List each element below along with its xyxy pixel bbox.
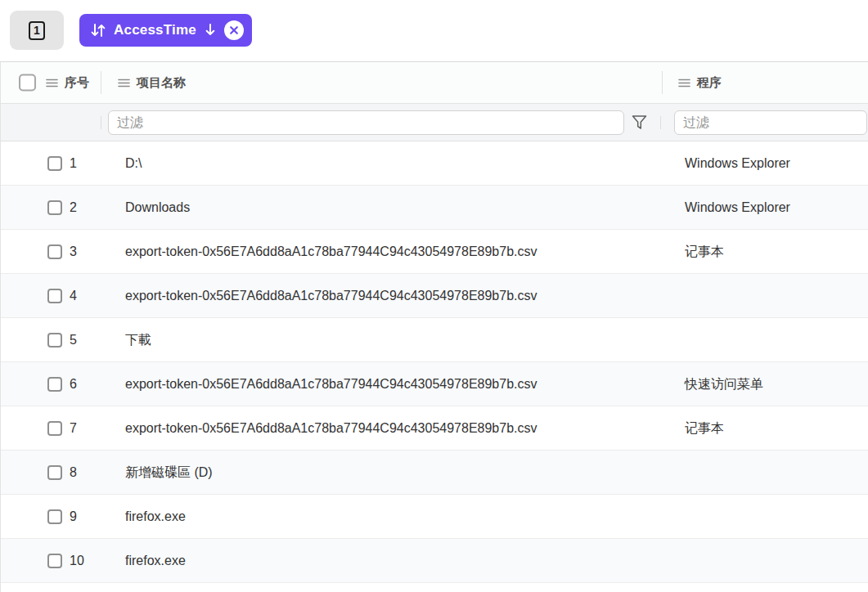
table-row[interactable]: 3 export-token-0x56E7A6dd8aA1c78ba77944C…: [1, 230, 868, 274]
row-index: 5: [70, 333, 77, 348]
row-checkbox[interactable]: [47, 289, 62, 303]
funnel-filter-icon[interactable]: [631, 114, 648, 131]
row-name: firefox.exe: [125, 554, 186, 568]
row-name: D:\: [125, 156, 142, 171]
table-row[interactable]: 2 Downloads Windows Explorer: [1, 186, 868, 230]
table-row[interactable]: 4 export-token-0x56E7A6dd8aA1c78ba77944C…: [1, 274, 868, 318]
table-row[interactable]: 9 firefox.exe: [1, 495, 868, 539]
row-program: 快速访问菜单: [685, 375, 763, 392]
filter-row: [1, 104, 868, 141]
row-index: 9: [70, 509, 77, 524]
table-row[interactable]: 10 firefox.exe: [1, 539, 868, 583]
row-name: 下載: [125, 331, 151, 348]
row-name: firefox.exe: [125, 509, 186, 524]
row-checkbox[interactable]: [47, 465, 62, 480]
list-icon: [118, 78, 130, 87]
row-checkbox[interactable]: [47, 244, 62, 259]
column-divider: [662, 71, 663, 94]
results-table: 序号 项目名称 程序 1 D:\ Windows Explorer: [0, 61, 868, 592]
row-index: 4: [70, 289, 77, 303]
row-name: export-token-0x56E7A6dd8aA1c78ba77944C94…: [125, 377, 537, 392]
row-checkbox[interactable]: [47, 377, 62, 392]
list-icon: [46, 78, 58, 87]
sort-arrows-icon: [90, 22, 106, 38]
table-row[interactable]: 8 新增磁碟區 (D): [1, 451, 868, 495]
remove-sort-button[interactable]: [224, 20, 244, 40]
row-name: export-token-0x56E7A6dd8aA1c78ba77944C94…: [125, 244, 537, 259]
column-header-name[interactable]: 项目名称: [118, 75, 186, 91]
table-row[interactable]: 1 D:\ Windows Explorer: [1, 141, 868, 186]
row-checkbox[interactable]: [47, 333, 62, 348]
row-checkbox[interactable]: [47, 421, 62, 436]
list-icon: [678, 78, 690, 87]
table-row[interactable]: 5 下載: [1, 318, 868, 362]
table-row[interactable]: 7 export-token-0x56E7A6dd8aA1c78ba77944C…: [1, 406, 868, 451]
row-checkbox[interactable]: [47, 200, 62, 215]
row-index: 7: [70, 421, 77, 436]
row-index: 6: [70, 377, 77, 392]
row-program: 记事本: [685, 419, 724, 437]
boxed-number-icon: 1: [29, 21, 45, 40]
row-name: Downloads: [125, 200, 190, 215]
row-checkbox[interactable]: [47, 509, 62, 524]
table-body: 1 D:\ Windows Explorer 2 Downloads Windo…: [1, 141, 868, 583]
table-row[interactable]: 6 export-token-0x56E7A6dd8aA1c78ba77944C…: [1, 362, 868, 406]
toolbar: 1 AccessTime: [0, 0, 868, 61]
row-program: Windows Explorer: [685, 156, 790, 171]
row-index: 10: [70, 554, 84, 568]
row-index: 2: [70, 200, 77, 215]
row-name: 新增磁碟區 (D): [125, 464, 213, 481]
result-count-button[interactable]: 1: [10, 11, 64, 50]
sort-chip-label: AccessTime: [114, 22, 196, 38]
column-label-name: 项目名称: [137, 75, 186, 91]
row-index: 1: [70, 156, 77, 171]
select-all-checkbox[interactable]: [19, 74, 36, 92]
column-header-program[interactable]: 程序: [678, 75, 722, 91]
column-label-program: 程序: [697, 75, 722, 91]
close-icon: [229, 25, 239, 35]
row-program: Windows Explorer: [685, 200, 790, 215]
row-checkbox[interactable]: [47, 554, 62, 568]
program-filter-input[interactable]: [674, 110, 867, 135]
filter-divider: [101, 116, 101, 129]
column-label-index: 序号: [65, 75, 89, 91]
row-index: 3: [70, 244, 77, 259]
row-name: export-token-0x56E7A6dd8aA1c78ba77944C94…: [125, 289, 537, 303]
column-header-index[interactable]: 序号: [46, 75, 89, 91]
row-name: export-token-0x56E7A6dd8aA1c78ba77944C94…: [125, 421, 537, 436]
row-checkbox[interactable]: [47, 156, 62, 171]
name-filter-input[interactable]: [108, 110, 624, 135]
table-header-row: 序号 项目名称 程序: [1, 62, 868, 104]
row-program: 记事本: [685, 243, 724, 260]
count-label: 1: [34, 25, 40, 36]
row-index: 8: [70, 465, 77, 480]
arrow-down-icon: [204, 23, 217, 38]
column-divider: [101, 71, 101, 94]
filter-divider: [660, 116, 661, 129]
sort-chip-accesstime[interactable]: AccessTime: [79, 14, 252, 47]
